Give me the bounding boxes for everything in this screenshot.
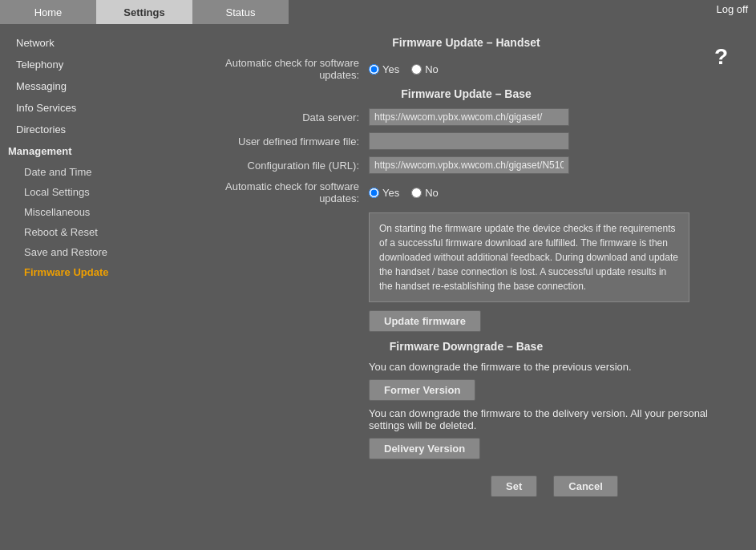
delivery-version-button[interactable]: Delivery Version [369, 438, 480, 459]
config-file-label: Configuration file (URL): [192, 160, 369, 172]
config-file-input[interactable] [369, 156, 569, 174]
sidebar-item-date-time[interactable]: Date and Time [0, 162, 176, 182]
sidebar-item-messaging[interactable]: Messaging [0, 75, 176, 97]
radio-no-base-input[interactable] [411, 188, 422, 198]
sidebar-item-local-settings[interactable]: Local Settings [0, 182, 176, 202]
sidebar-item-firmware-update[interactable]: Firmware Update [0, 262, 176, 282]
firmware-handset-title: Firmware Update – Handset [192, 36, 740, 49]
radio-yes-handset-input[interactable] [369, 64, 379, 75]
cancel-button[interactable]: Cancel [553, 475, 618, 497]
former-version-btn-row: Former Version [369, 379, 740, 401]
firmware-downgrade-title: Firmware Downgrade – Base [192, 340, 740, 353]
firmware-info-text: On starting the firmware update the devi… [369, 212, 689, 302]
auto-check-handset-label: Automatic check for software updates: [192, 57, 369, 81]
radio-no-handset[interactable]: No [411, 63, 439, 75]
data-server-input[interactable] [369, 108, 569, 126]
sidebar-item-save-restore[interactable]: Save and Restore [0, 242, 176, 262]
radio-yes-base-input[interactable] [369, 188, 379, 198]
radio-no-handset-input[interactable] [411, 64, 422, 75]
former-version-text: You can downgrade the firmware to the pr… [369, 361, 740, 373]
radio-yes-handset[interactable]: Yes [369, 63, 399, 75]
tab-settings[interactable]: Settings [96, 0, 192, 24]
tab-status[interactable]: Status [192, 0, 289, 24]
sidebar-item-directories[interactable]: Directories [0, 119, 176, 140]
radio-no-base[interactable]: No [411, 187, 439, 199]
auto-check-base-label: Automatic check for software updates: [192, 180, 369, 204]
logoff-button[interactable]: Log off [716, 3, 748, 15]
auto-check-handset-radios: Yes No [369, 63, 740, 75]
update-firmware-button[interactable]: Update firmware [369, 310, 481, 332]
auto-check-base-radios: Yes No [369, 187, 740, 199]
tab-home[interactable]: Home [0, 0, 96, 24]
set-button[interactable]: Set [491, 475, 537, 497]
sidebar-item-reboot-reset[interactable]: Reboot & Reset [0, 222, 176, 242]
user-defined-label: User defined firmware file: [192, 135, 369, 148]
sidebar-section-management: Management [0, 140, 176, 162]
data-server-label: Data server: [192, 111, 369, 123]
update-firmware-btn-row: Update firmware [369, 310, 740, 332]
sidebar: Network Telephony Messaging Info Service… [0, 24, 176, 550]
help-icon[interactable]: ? [714, 44, 728, 70]
radio-yes-base[interactable]: Yes [369, 187, 399, 199]
sidebar-item-miscellaneous[interactable]: Miscellaneous [0, 202, 176, 222]
delivery-version-btn-row: Delivery Version [369, 438, 740, 459]
user-defined-input[interactable] [369, 132, 569, 150]
content-area: ? Firmware Update – Handset Automatic ch… [176, 24, 756, 550]
delivery-version-text: You can downgrade the firmware to the de… [369, 407, 740, 431]
sidebar-item-network[interactable]: Network [0, 32, 176, 54]
firmware-base-title: Firmware Update – Base [192, 87, 740, 100]
former-version-button[interactable]: Former Version [369, 379, 475, 401]
sidebar-item-telephony[interactable]: Telephony [0, 54, 176, 75]
sidebar-item-info-services[interactable]: Info Services [0, 97, 176, 119]
